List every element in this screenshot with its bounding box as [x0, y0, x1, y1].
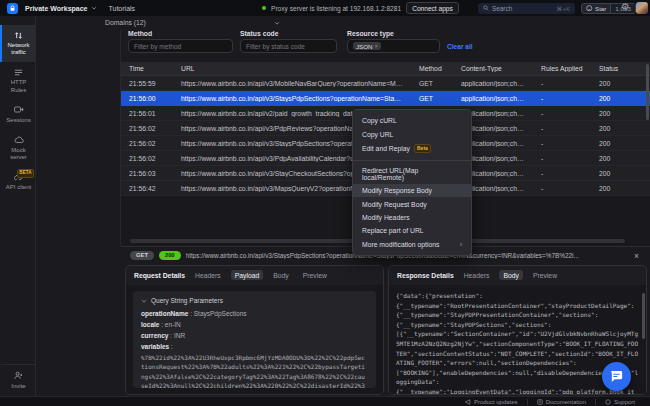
- help-circle-icon: [605, 399, 611, 405]
- close-icon[interactable]: ×: [632, 251, 641, 261]
- tab-request-body[interactable]: Body: [269, 270, 293, 280]
- tutorials-link[interactable]: Tutorials: [109, 5, 136, 12]
- proxy-status-text: Proxy server is listening at 192.168.1.2…: [271, 5, 401, 12]
- resource-filter-tag[interactable]: JSON ×: [353, 42, 381, 50]
- sidebar-item-label: Network traffic: [3, 42, 34, 56]
- chevron-down-icon: [91, 5, 97, 11]
- table-row-selected[interactable]: 21:56:00 https://www.airbnb.co.in/api/v3…: [121, 91, 650, 106]
- query-string-section-header[interactable]: Query String Parameters: [141, 297, 368, 304]
- tab-request-payload[interactable]: Payload: [231, 270, 264, 280]
- col-header-method[interactable]: Method: [411, 65, 453, 72]
- col-header-url[interactable]: URL: [173, 65, 411, 72]
- request-details-pane: Request Details Headers Payload Body Pre…: [125, 265, 384, 395]
- beta-badge: BETA: [17, 169, 34, 177]
- query-string-card: Query String Parameters operationName : …: [133, 291, 376, 388]
- sidebar-item-invite[interactable]: Invite: [0, 364, 35, 396]
- status-filter-input[interactable]: Filter by status code: [240, 39, 337, 53]
- clear-all-filters-button[interactable]: Clear all: [447, 43, 473, 50]
- sidebar-item-label: HTTP Rules: [3, 79, 34, 93]
- col-header-rules-applied[interactable]: Rules Applied: [533, 65, 591, 72]
- menu-item-modify-response-body[interactable]: Modify Response Body: [353, 184, 471, 197]
- param-key: operationName: [141, 310, 188, 317]
- cell-time: 21:56:01: [121, 110, 173, 117]
- menu-item-replace-part-of-url[interactable]: Replace part of URL: [353, 224, 471, 237]
- cell-status: 200: [591, 155, 644, 162]
- cell-status: 200: [591, 110, 644, 117]
- resource-filter-input[interactable]: JSON ×: [347, 39, 440, 53]
- cell-rules: -: [533, 95, 591, 102]
- col-header-time[interactable]: Time: [121, 65, 173, 72]
- menu-separator: [353, 160, 471, 161]
- menu-item-label: More modification options: [362, 241, 439, 248]
- search-input[interactable]: Search ⌘+K: [478, 3, 575, 14]
- menu-item-label: Edit and Replay: [362, 145, 410, 152]
- menu-item-redirect-url[interactable]: Redirect URL(Map local/Remote): [353, 164, 471, 184]
- param-value: en-IN: [165, 321, 181, 328]
- cloud-icon: [14, 135, 24, 145]
- menu-item-copy-url[interactable]: Copy URL: [353, 127, 471, 140]
- chat-bubble-icon: [609, 369, 624, 384]
- menu-item-modify-request-body[interactable]: Modify Request Body: [353, 197, 471, 210]
- documentation-link[interactable]: Documentation: [528, 399, 595, 405]
- connect-apps-button[interactable]: Connect apps: [406, 2, 459, 14]
- gear-icon[interactable]: ⚙: [621, 1, 630, 12]
- remove-tag-icon[interactable]: ×: [375, 43, 379, 49]
- table-row[interactable]: 21:55:59 https://www.airbnb.co.in/api/v3…: [121, 76, 650, 91]
- param-row: operationName : StaysPdpSections: [141, 308, 368, 319]
- table-vertical-scrollbar[interactable]: [646, 64, 649, 120]
- rules-list-icon: [14, 67, 23, 77]
- sidebar-item-mock-server[interactable]: Mock server: [0, 130, 35, 167]
- footer-link-label: Support: [614, 399, 635, 405]
- tab-response-preview[interactable]: Preview: [529, 270, 561, 280]
- table-header-row: Time URL Method Content-Type Rules Appli…: [121, 62, 650, 76]
- param-value: INR: [174, 332, 185, 339]
- cell-time: 21:56:42: [121, 185, 173, 192]
- request-pane-header: Request Details Headers Payload Body Pre…: [126, 266, 383, 284]
- person-plus-icon: [14, 371, 23, 381]
- user-avatar[interactable]: [636, 2, 648, 14]
- response-pane-header: Response Details Headers Body Preview: [389, 266, 646, 284]
- cell-time: 21:55:59: [121, 80, 173, 87]
- menu-item-edit-and-replay[interactable]: Edit and Replay Beta: [353, 141, 471, 157]
- workspace-switcher[interactable]: Private Workspace: [25, 5, 97, 12]
- param-row: currency : INR: [141, 330, 368, 341]
- cell-status: 200: [591, 140, 644, 147]
- workspace-name: Private Workspace: [25, 5, 88, 12]
- domains-panel-header[interactable]: Domains (12): [96, 16, 286, 29]
- submenu-arrow-icon: ›: [460, 241, 462, 248]
- sidebar-item-label: Mock server: [3, 147, 34, 161]
- tab-request-headers[interactable]: Headers: [191, 270, 225, 280]
- chevron-down-icon: [141, 298, 147, 304]
- cell-url: https://www.airbnb.co.in/api/v3/StaysPdp…: [173, 95, 411, 102]
- cell-method: GET: [411, 80, 453, 87]
- method-filter-input[interactable]: Filter by method: [128, 39, 233, 53]
- param-key: currency: [141, 332, 168, 339]
- support-link[interactable]: Support: [596, 399, 644, 405]
- param-row: locale : en-IN: [141, 319, 368, 330]
- search-icon: [483, 5, 489, 11]
- col-header-status[interactable]: Status: [591, 65, 644, 72]
- sidebar-item-network-traffic[interactable]: Network traffic: [0, 25, 35, 62]
- support-chat-button[interactable]: [602, 362, 631, 391]
- cell-method: GET: [411, 95, 453, 102]
- response-scrollbar[interactable]: [642, 293, 645, 339]
- menu-item-modify-headers[interactable]: Modify Headers: [353, 211, 471, 224]
- tab-response-headers[interactable]: Headers: [460, 270, 494, 280]
- status-filter-placeholder: Filter by status code: [246, 43, 305, 50]
- col-header-content-type[interactable]: Content-Type: [453, 65, 533, 72]
- param-key: variables: [141, 343, 169, 350]
- menu-item-more-modification-options[interactable]: More modification options ›: [353, 238, 471, 251]
- sidebar-item-api-client[interactable]: BETA API client: [0, 167, 35, 197]
- beta-badge: Beta: [414, 144, 431, 154]
- menu-item-copy-curl[interactable]: Copy cURL: [353, 114, 471, 127]
- tab-response-body[interactable]: Body: [499, 270, 523, 280]
- app-logo[interactable]: [7, 3, 18, 14]
- resource-filter-label: Resource type: [347, 30, 394, 37]
- sidebar-item-http-rules[interactable]: HTTP Rules: [0, 62, 35, 99]
- tab-request-preview[interactable]: Preview: [299, 270, 331, 280]
- search-label: Search: [492, 5, 512, 12]
- product-updates-link[interactable]: Product updates: [456, 399, 527, 405]
- sidebar-item-sessions[interactable]: Sessions: [0, 100, 35, 130]
- cell-status: 200: [591, 95, 644, 102]
- cell-rules: -: [533, 110, 591, 117]
